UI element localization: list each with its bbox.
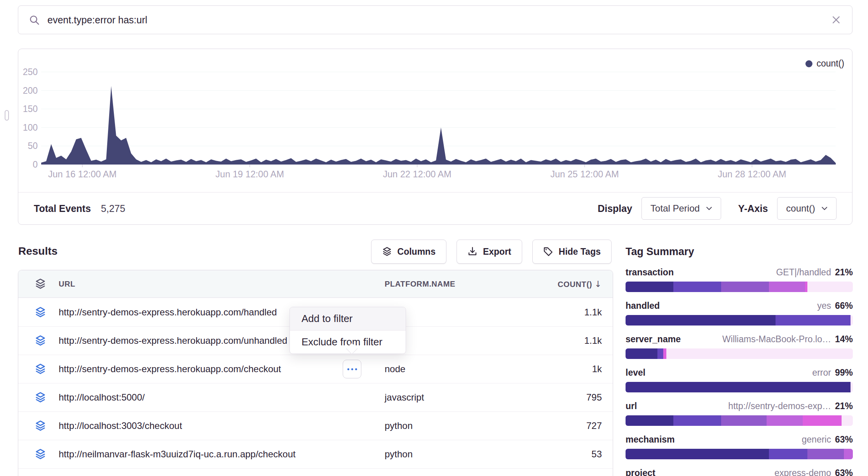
export-button[interactable]: Export — [457, 240, 522, 264]
tag-distribution-bar[interactable] — [626, 382, 853, 392]
total-events-label: Total Events — [34, 203, 91, 214]
legend-dot-icon — [805, 60, 812, 67]
x-axis-tick-label: Jun 22 12:00 AM — [383, 169, 451, 179]
tag-bar-segment — [842, 415, 853, 426]
tag-distribution-bar[interactable] — [626, 449, 853, 459]
tag-bar-segment — [626, 282, 673, 292]
count-cell[interactable]: 53 — [591, 449, 602, 460]
tag-bar-segment — [657, 348, 663, 359]
stack-icon — [35, 306, 46, 318]
table-row-partial — [18, 468, 613, 476]
stack-icon[interactable] — [35, 278, 46, 290]
events-area-chart: 050100150200250Jun 16 12:00 AMJun 19 12:… — [18, 49, 852, 181]
yaxis-dropdown[interactable]: count() — [777, 197, 837, 220]
tag-name[interactable]: transaction — [626, 267, 674, 278]
url-cell[interactable]: http://sentry-demos-express.herokuapp.co… — [59, 335, 287, 346]
tag-top-percent: 14% — [835, 334, 853, 345]
tag-name[interactable]: server_name — [626, 334, 681, 345]
tag-summary-row: project express-demo 63% — [626, 468, 853, 476]
tag-bar-segment — [807, 449, 844, 459]
hide-tags-button[interactable]: Hide Tags — [532, 240, 612, 264]
tag-bar-segment — [673, 415, 721, 426]
tag-distribution-bar[interactable] — [626, 348, 853, 359]
count-cell[interactable]: 795 — [586, 392, 602, 403]
tag-bar-segment — [626, 415, 673, 426]
tag-top-percent: 99% — [835, 368, 853, 378]
platform-cell[interactable]: python — [385, 449, 413, 460]
count-cell[interactable]: 1.1k — [584, 335, 602, 346]
results-table: URL PLATFORM.NAME COUNT()↓ http://sentry… — [18, 270, 613, 476]
tag-top-value: error — [812, 368, 831, 378]
y-axis-tick-label: 200 — [23, 86, 38, 96]
url-cell[interactable]: http://neilmanvar-flask-m3uuizd7iq-uc.a.… — [59, 449, 296, 460]
x-axis-tick-label: Jun 16 12:00 AM — [48, 169, 117, 179]
tag-bar-segment — [851, 382, 853, 392]
tag-name[interactable]: mechanism — [626, 434, 675, 445]
url-cell[interactable]: http://sentry-demos-express.herokuapp.co… — [59, 307, 277, 318]
y-axis-tick-label: 50 — [28, 141, 38, 151]
tag-summary-row: transaction GET|/handled 21% — [626, 267, 853, 292]
tag-distribution-bar[interactable] — [626, 415, 853, 426]
tag-name[interactable]: handled — [626, 301, 660, 311]
total-events-value: 5,275 — [101, 203, 125, 214]
platform-cell[interactable]: javascript — [385, 392, 424, 403]
tag-name[interactable]: url — [626, 401, 637, 411]
tag-distribution-bar[interactable] — [626, 282, 853, 292]
tag-bar-segment — [626, 382, 851, 392]
search-input[interactable] — [47, 14, 825, 26]
stack-icon — [35, 448, 46, 460]
events-chart-panel: 050100150200250Jun 16 12:00 AMJun 19 12:… — [18, 49, 852, 225]
column-header-platform[interactable]: PLATFORM.NAME — [385, 280, 455, 289]
column-header-count[interactable]: COUNT()↓ — [558, 279, 602, 289]
column-header-url[interactable]: URL — [59, 280, 75, 289]
tag-bar-segment — [626, 449, 769, 459]
menu-item-add-to-filter[interactable]: Add to filter — [290, 307, 406, 331]
count-cell[interactable]: 1.1k — [584, 307, 602, 318]
columns-button[interactable]: Columns — [371, 240, 446, 264]
count-series-area — [41, 86, 836, 164]
display-dropdown[interactable]: Total Period — [641, 197, 721, 220]
table-header: URL PLATFORM.NAME COUNT()↓ — [18, 270, 613, 298]
platform-cell[interactable]: python — [385, 420, 413, 431]
clear-search-icon[interactable] — [831, 15, 841, 25]
tag-top-value: GET|/handled — [776, 267, 831, 278]
tag-bar-segment — [767, 415, 803, 426]
tag-bar-segment — [626, 348, 657, 359]
tag-bar-segment — [626, 315, 776, 326]
stack-icon — [382, 247, 392, 257]
count-cell[interactable]: 1k — [592, 364, 602, 374]
cell-actions-button[interactable] — [343, 360, 361, 378]
stack-icon — [35, 392, 46, 403]
stack-icon — [35, 420, 46, 432]
url-cell[interactable]: http://localhost:5000/ — [59, 392, 145, 403]
column-header-count-label: COUNT() — [558, 280, 592, 289]
tag-top-percent: 66% — [835, 301, 853, 311]
tag-bar-segment — [769, 449, 807, 459]
table-row: http://neilmanvar-flask-m3uuizd7iq-uc.a.… — [18, 440, 613, 468]
tag-summary-row: level error 99% — [626, 368, 853, 392]
platform-cell[interactable]: node — [385, 364, 405, 374]
legend-label: count() — [816, 58, 844, 69]
tag-bar-segment — [803, 415, 841, 426]
results-title: Results — [18, 245, 58, 257]
chart-legend: count() — [805, 58, 844, 69]
url-cell[interactable]: http://localhost:3003/checkout — [59, 420, 182, 431]
stack-icon — [35, 363, 46, 375]
tag-top-percent: 63% — [835, 434, 853, 445]
cell-context-menu: Add to filter Exclude from filter — [289, 307, 406, 354]
chevron-down-icon — [706, 206, 712, 210]
search-bar — [18, 5, 852, 34]
x-axis-tick-label: Jun 19 12:00 AM — [216, 169, 284, 179]
count-cell[interactable]: 727 — [586, 420, 602, 431]
tag-distribution-bar[interactable] — [626, 315, 853, 326]
tag-name[interactable]: project — [626, 468, 655, 476]
sidebar-resize-handle[interactable] — [5, 110, 9, 121]
url-cell[interactable]: http://sentry-demos-express.herokuapp.co… — [59, 364, 281, 374]
tag-name[interactable]: level — [626, 368, 645, 378]
tag-top-percent: 63% — [835, 468, 853, 476]
hide-tags-button-label: Hide Tags — [559, 247, 601, 257]
tag-summary-title: Tag Summary — [626, 246, 853, 258]
tag-icon — [543, 247, 553, 257]
tag-top-value: Williams-MacBook-Pro.lo… — [722, 334, 831, 345]
chart-footer: Total Events 5,275 Display Total Period … — [18, 192, 852, 224]
